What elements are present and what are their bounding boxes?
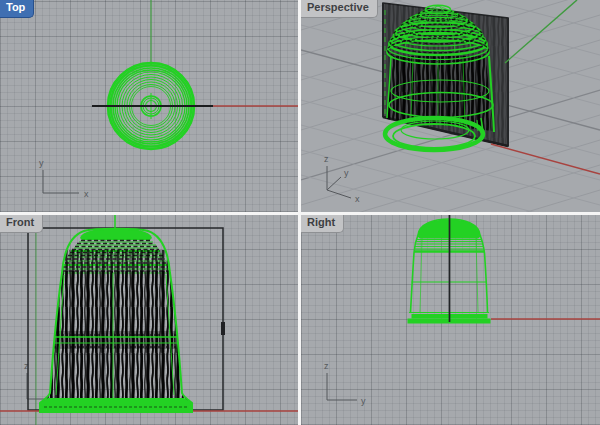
viewport-tab-perspective[interactable]: Perspective [301,0,378,18]
front-view-drawing: z [0,215,298,425]
thimble-model-front-view[interactable] [40,229,192,413]
axis-label-y: y [344,168,349,178]
perspective-view-drawing: z y x [301,0,600,212]
viewport-right[interactable]: z y [301,215,600,425]
axis-label-x: x [84,189,89,199]
viewport-front[interactable]: z [0,215,298,425]
top-view-drawing: y x [0,0,298,212]
viewport-tab-right[interactable]: Right [301,215,344,233]
y-axis-line [505,0,577,63]
axis-gizmo: z y [324,361,366,406]
axis-label-y: y [361,396,366,406]
axis-label-z: z [324,154,329,164]
viewport-top[interactable]: y x Top [0,0,298,212]
axis-label-y: y [39,158,44,168]
axis-label-x: x [355,194,360,204]
viewport-tab-top[interactable]: Top [0,0,34,18]
viewport-perspective[interactable]: z y x [301,0,600,212]
plane-edge-marker [221,322,225,335]
right-view-drawing: z y [301,215,600,425]
x-axis-line [491,144,600,174]
axis-gizmo: y x [39,158,89,199]
viewport-tab-front[interactable]: Front [0,215,43,233]
app-window: y x Top [0,0,600,425]
axis-label-z: z [324,361,329,371]
